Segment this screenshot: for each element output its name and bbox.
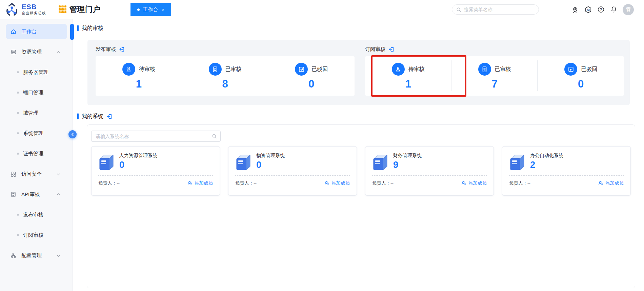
ai-assistant-icon[interactable]: AI [584,5,592,14]
system-card-finance[interactable]: 财务管理系统 9 负责人：-- 添加成员 [365,146,494,196]
system-3d-icon [372,154,388,171]
add-member-label: 添加成员 [331,180,350,186]
add-member-button[interactable]: 添加成员 [461,180,487,186]
sidebar-item-label: 配置管理 [21,252,42,259]
sidebar-item-label: 访问安全 [21,171,42,177]
sidebar-item-access-security[interactable]: 访问安全 [0,166,73,182]
stat-subscribe-approved[interactable]: 已审核 7 [451,56,538,96]
system-count: 2 [530,160,563,170]
content-scrollbar-thumb[interactable] [70,24,74,40]
sidebar-item-label: 域管理 [23,110,38,116]
tab-close-icon[interactable]: × [162,7,164,12]
bullet-dot-icon [17,234,19,236]
sidebar-item-resource-mgmt[interactable]: 资源管理 [0,44,73,60]
user-avatar[interactable]: 管 [623,4,634,15]
export-link-icon[interactable] [388,46,394,52]
my-systems-section-title: 我的系统 [77,113,644,120]
svg-text:AI: AI [587,8,589,11]
sidebar-item-label: 证书管理 [23,151,43,157]
sidebar-item-port-mgmt[interactable]: 端口管理 [0,85,73,100]
tab-workbench[interactable]: 工作台 × [130,3,171,16]
add-member-icon [598,180,603,186]
tab-active-dot-icon [137,8,140,11]
owner-field: 负责人：-- [235,180,257,186]
help-icon[interactable]: ? [597,5,605,14]
bullet-dot-icon [17,214,19,216]
stat-value: 1 [136,79,142,89]
system-count: 0 [256,160,285,170]
add-member-icon [324,180,329,186]
notification-bell-icon[interactable] [610,5,618,14]
stat-publish-approved[interactable]: 已审核 8 [182,56,268,96]
menu-search-input[interactable] [464,7,535,12]
publish-stats-row: 待审核 1 已审核 8 [96,56,355,96]
search-icon [456,7,461,12]
system-card-oa[interactable]: 办公自动化系统 2 负责人：-- 添加成员 [502,146,631,196]
subscribe-review-title: 订阅审核 [365,46,385,53]
sidebar-item-cert-mgmt[interactable]: 证书管理 [0,146,73,161]
system-name: 办公自动化系统 [530,153,563,159]
portal-title: 管理门户 [69,4,101,15]
sidebar-item-server-mgmt[interactable]: 服务器管理 [0,64,73,80]
system-count: 9 [393,160,422,170]
title-accent-bar [77,25,79,31]
stat-value: 0 [308,79,314,89]
add-member-label: 添加成员 [195,180,213,186]
sidebar-collapse-button[interactable] [68,130,77,138]
add-member-icon [187,180,193,186]
system-search-input[interactable] [91,131,221,142]
system-card-materials[interactable]: 物资管理系统 0 负责人：-- 添加成员 [228,146,357,196]
add-member-button[interactable]: 添加成员 [187,180,213,186]
sidebar-item-label: 服务器管理 [23,69,48,76]
sidebar-item-system-mgmt[interactable]: 系统管理 [0,125,73,141]
sidebar-item-label: 订阅审核 [23,232,43,238]
section-title-text: 我的系统 [82,113,103,120]
review-panel: 发布审核 待审核 1 [87,40,630,105]
doc-check-icon [209,63,222,76]
chevron-up-icon [56,192,61,197]
chevron-down-icon [56,253,61,258]
resource-icon [10,49,17,55]
system-name: 物资管理系统 [256,153,285,159]
esb-logo-icon [5,2,19,17]
export-link-icon[interactable] [119,46,125,52]
stat-label: 待审核 [408,66,425,73]
system-3d-icon [509,154,525,171]
stat-publish-pending[interactable]: 待审核 1 [96,56,182,96]
system-search [91,131,221,142]
system-card-hr[interactable]: 人力资源管理系统 0 负责人：-- 添加成员 [91,146,220,196]
sidebar-item-label: 端口管理 [23,90,43,96]
owner-value: -- [117,180,120,186]
stat-publish-rejected[interactable]: 已驳回 0 [268,56,355,96]
portal-heading: 管理门户 [59,4,101,15]
system-name: 人力资源管理系统 [119,153,157,159]
svg-text:?: ? [600,7,602,12]
chevron-left-icon [71,133,75,136]
top-header: ESB 企业服务总线 管理门户 工作台 × [0,0,644,19]
access-security-icon [10,171,17,177]
search-icon [212,134,217,139]
location-icon[interactable] [571,5,579,14]
owner-value: -- [527,180,530,186]
sidebar-item-label: 工作台 [21,28,37,35]
sidebar-item-domain-mgmt[interactable]: 域管理 [0,105,73,121]
stat-subscribe-pending[interactable]: 待审核 1 [365,56,451,96]
my-systems-card: 人力资源管理系统 0 负责人：-- 添加成员 [87,124,635,288]
owner-value: -- [254,180,257,186]
title-accent-bar [77,113,79,119]
owner-value: -- [390,180,394,186]
export-link-icon[interactable] [106,114,112,119]
stat-subscribe-rejected[interactable]: 已驳回 0 [538,56,624,96]
sidebar-item-config-mgmt[interactable]: 配置管理 [0,248,73,263]
sidebar-item-workbench[interactable]: 工作台 [6,24,67,39]
add-member-button[interactable]: 添加成员 [324,180,350,186]
sidebar-item-api-audit[interactable]: API审核 [0,187,73,202]
api-audit-icon [10,191,17,198]
doc-check-icon [478,63,491,76]
bullet-dot-icon [17,153,19,155]
bullet-dot-icon [17,132,19,134]
sidebar-item-publish-audit[interactable]: 发布审核 [0,207,73,222]
subscribe-review-column: 订阅审核 待审核 1 [365,45,624,99]
add-member-button[interactable]: 添加成员 [598,180,624,186]
sidebar-item-subscribe-audit[interactable]: 订阅审核 [0,227,73,243]
